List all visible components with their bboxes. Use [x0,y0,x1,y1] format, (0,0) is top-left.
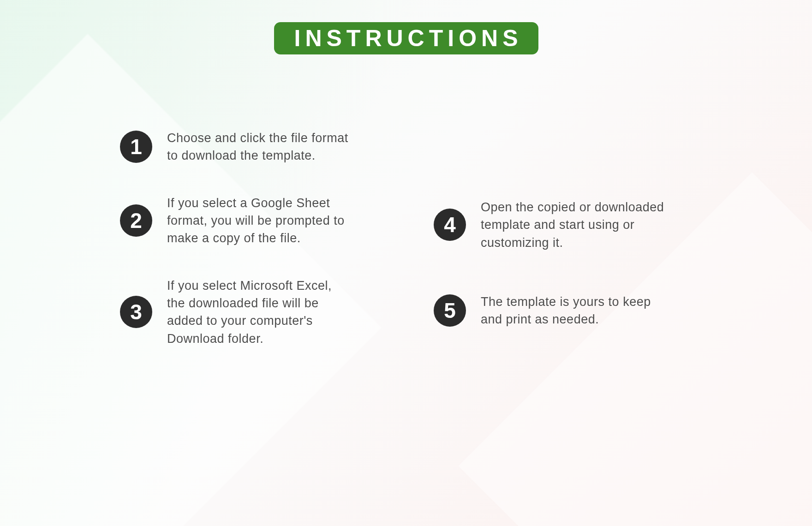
left-column: 1 Choose and click the file format to do… [120,129,369,347]
steps-columns: 1 Choose and click the file format to do… [120,129,729,347]
step-text: Choose and click the file format to down… [167,129,352,165]
title-container: INSTRUCTIONS [0,0,812,54]
step-text: The template is yours to keep and print … [481,293,665,329]
page-title: INSTRUCTIONS [274,22,538,54]
right-column: 4 Open the copied or downloaded template… [434,129,683,347]
step-number-badge: 1 [120,131,152,163]
step-number-badge: 2 [120,204,152,237]
step-1: 1 Choose and click the file format to do… [120,129,369,165]
step-text: Open the copied or downloaded template a… [481,198,665,251]
step-number-badge: 5 [434,294,466,327]
step-number-badge: 4 [434,209,466,241]
step-text: If you select Microsoft Excel, the downl… [167,277,352,347]
step-5: 5 The template is yours to keep and prin… [434,293,683,329]
step-number-badge: 3 [120,296,152,328]
step-4: 4 Open the copied or downloaded template… [434,198,683,251]
step-3: 3 If you select Microsoft Excel, the dow… [120,277,369,347]
step-2: 2 If you select a Google Sheet format, y… [120,194,369,247]
step-text: If you select a Google Sheet format, you… [167,194,352,247]
